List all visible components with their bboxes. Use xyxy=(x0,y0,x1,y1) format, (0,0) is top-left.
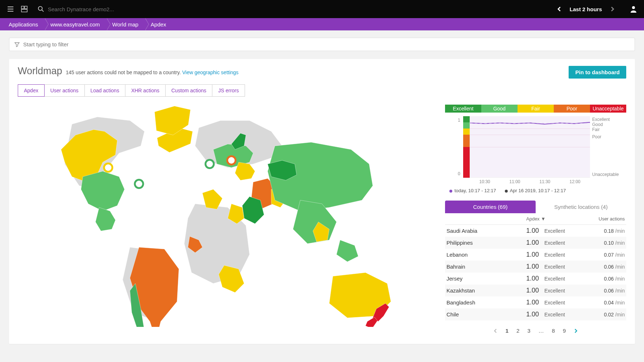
svg-rect-0 xyxy=(21,6,24,9)
tab-xhr-actions[interactable]: XHR actions xyxy=(125,84,166,97)
table-row[interactable]: Lebanon1.00Excellent0.07 /min xyxy=(445,249,626,261)
breadcrumb: Applications www.easytravel.com World ma… xyxy=(0,18,644,30)
cell-country: Lebanon xyxy=(446,252,526,258)
page-next-icon[interactable] xyxy=(574,329,578,333)
time-range-label[interactable]: Last 2 hours xyxy=(570,6,602,12)
worldmap-card: Worldmap 145 user actions could not be m… xyxy=(9,59,635,344)
legend-good: Good xyxy=(481,105,518,113)
cell-user-actions: 0.18 /min xyxy=(585,228,625,234)
filter-bar[interactable] xyxy=(9,38,635,51)
time-prev-icon[interactable] xyxy=(552,2,566,16)
tab-custom-actions[interactable]: Custom actions xyxy=(165,84,212,97)
cell-apdex: 1.00 xyxy=(526,251,544,258)
apdex-chart[interactable]: 10 xyxy=(445,116,626,178)
chart-band-stripe xyxy=(463,116,470,178)
svg-point-8 xyxy=(136,181,142,187)
cell-country: Jersey xyxy=(446,275,526,282)
page-title: Worldmap xyxy=(18,66,62,77)
geo-settings-link[interactable]: View geographic settings xyxy=(182,70,238,75)
cell-rating: Excellent xyxy=(544,240,585,246)
tab-apdex[interactable]: Apdex xyxy=(18,84,45,97)
svg-point-12 xyxy=(228,157,235,164)
top-bar: Last 2 hours xyxy=(0,0,644,18)
pin-to-dashboard-button[interactable]: Pin to dashboard xyxy=(569,66,626,79)
cell-rating: Excellent xyxy=(544,252,585,258)
col-apdex[interactable]: Apdex ▼ xyxy=(526,216,585,222)
legend-fair: Fair xyxy=(518,105,554,113)
time-next-icon[interactable] xyxy=(606,2,619,16)
cell-user-actions: 0.02 /min xyxy=(585,312,625,317)
cell-country: Kazakhstan xyxy=(446,287,526,294)
cell-rating: Excellent xyxy=(544,312,585,317)
svg-point-4 xyxy=(632,6,635,9)
cell-apdex: 1.00 xyxy=(526,275,544,282)
filter-input[interactable] xyxy=(23,41,630,47)
svg-rect-1 xyxy=(25,6,27,9)
table-row[interactable]: Bangladesh1.00Excellent0.04 /min xyxy=(445,296,626,308)
metric-tabs: Apdex User actions Load actions XHR acti… xyxy=(18,84,626,97)
right-panel: Excellent Good Fair Poor Unacceptable 10 xyxy=(445,102,626,334)
tab-js-errors[interactable]: JS errors xyxy=(212,84,245,97)
legend-excellent: Excellent xyxy=(445,105,481,113)
cell-user-actions: 0.06 /min xyxy=(585,276,625,282)
crumb-applications[interactable]: Applications xyxy=(4,18,45,30)
svg-point-6 xyxy=(105,164,112,171)
cell-rating: Excellent xyxy=(544,288,585,294)
cell-user-actions: 0.06 /min xyxy=(585,288,625,294)
table-row[interactable]: Bahrain1.00Excellent0.06 /min xyxy=(445,261,626,273)
cell-user-actions: 0.07 /min xyxy=(585,252,625,258)
dashboard-icon[interactable] xyxy=(17,2,31,16)
global-search xyxy=(34,2,138,16)
crumb-worldmap[interactable]: World map xyxy=(107,18,146,30)
col-user-actions[interactable]: User actions xyxy=(585,216,625,222)
page-ellipsis: … xyxy=(539,328,544,334)
legend-unacceptable: Unacceptable xyxy=(590,105,626,113)
crumb-apdex[interactable]: Apdex xyxy=(146,18,174,30)
cell-user-actions: 0.10 /min xyxy=(585,240,625,246)
countries-table-header: Apdex ▼ User actions xyxy=(445,213,626,225)
countries-table-body: Saudi Arabia1.00Excellent0.18 /minPhilip… xyxy=(445,225,626,320)
subtitle: 145 user actions could not be mapped to … xyxy=(66,70,239,75)
tab-user-actions[interactable]: User actions xyxy=(44,84,85,97)
cell-apdex: 1.00 xyxy=(526,311,544,318)
table-row[interactable]: Kazakhstan1.00Excellent0.06 /min xyxy=(445,285,626,296)
filter-icon xyxy=(14,42,20,47)
table-row[interactable]: Chile1.00Excellent0.02 /min xyxy=(445,308,626,320)
tab-load-actions[interactable]: Load actions xyxy=(84,84,125,97)
cell-rating: Excellent xyxy=(544,228,585,234)
page-8[interactable]: 8 xyxy=(552,328,555,334)
cell-country: Chile xyxy=(446,311,526,317)
table-row[interactable]: Saudi Arabia1.00Excellent0.18 /min xyxy=(445,225,626,237)
user-icon[interactable] xyxy=(627,2,640,16)
cell-rating: Excellent xyxy=(544,264,585,270)
page-9[interactable]: 9 xyxy=(563,328,566,334)
data-tabs: Countries (69) Synthetic locations (4) xyxy=(445,201,626,213)
series-today: today, 10:17 - 12:17 xyxy=(449,188,496,193)
search-input[interactable] xyxy=(48,6,138,12)
table-row[interactable]: Jersey1.00Excellent0.06 /min xyxy=(445,273,626,285)
cell-apdex: 1.00 xyxy=(526,263,544,270)
tab-countries[interactable]: Countries (69) xyxy=(445,201,536,213)
cell-apdex: 1.00 xyxy=(526,239,544,247)
page-prev-icon[interactable] xyxy=(493,329,498,333)
crumb-app-name[interactable]: www.easytravel.com xyxy=(45,18,107,30)
chart-plot xyxy=(470,116,590,178)
pagination: 1 2 3 … 8 9 xyxy=(445,328,626,334)
series-compare: Apr 16 2019, 10:17 - 12:17 xyxy=(505,188,566,193)
page-3[interactable]: 3 xyxy=(527,328,530,334)
search-icon[interactable] xyxy=(34,2,48,16)
world-map[interactable] xyxy=(18,102,431,334)
cell-country: Bahrain xyxy=(446,264,526,270)
cell-apdex: 1.00 xyxy=(526,287,544,294)
unmapped-text: 145 user actions could not be mapped to … xyxy=(66,70,181,75)
cell-apdex: 1.00 xyxy=(526,299,544,306)
apdex-legend: Excellent Good Fair Poor Unacceptable xyxy=(445,105,626,113)
menu-icon[interactable] xyxy=(4,2,17,16)
cell-rating: Excellent xyxy=(544,300,585,306)
tab-synthetic[interactable]: Synthetic locations (4) xyxy=(536,201,626,213)
cell-rating: Excellent xyxy=(544,276,585,282)
table-row[interactable]: Philippines1.00Excellent0.10 /min xyxy=(445,237,626,249)
page-1[interactable]: 1 xyxy=(506,328,508,334)
page-2[interactable]: 2 xyxy=(516,328,519,334)
chart-y-axis: 10 xyxy=(445,116,463,178)
